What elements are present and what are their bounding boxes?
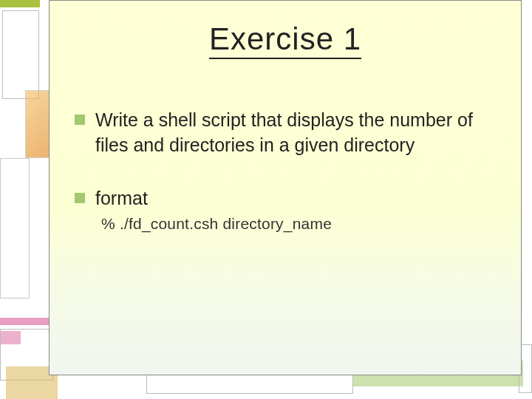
square-bullet-icon: [75, 193, 85, 203]
bullet-item: format: [75, 186, 506, 211]
deco-left-outline: [0, 158, 30, 299]
bullet-text: Write a shell script that displays the n…: [95, 108, 506, 158]
slide-title: Exercise 1: [209, 21, 361, 59]
square-bullet-icon: [75, 115, 85, 125]
sub-bullet-text: % ./fd_count.csh directory_name: [101, 215, 506, 233]
title-area: Exercise 1: [50, 21, 521, 59]
bullet-item: Write a shell script that displays the n…: [75, 108, 506, 158]
slide-card: Exercise 1 Write a shell script that dis…: [49, 0, 522, 375]
deco-green-top: [0, 0, 40, 7]
deco-pink-bar: [0, 318, 50, 325]
body-area: Write a shell script that displays the n…: [75, 108, 506, 233]
deco-tan-box: [2, 10, 39, 99]
bullet-text: format: [95, 186, 506, 211]
